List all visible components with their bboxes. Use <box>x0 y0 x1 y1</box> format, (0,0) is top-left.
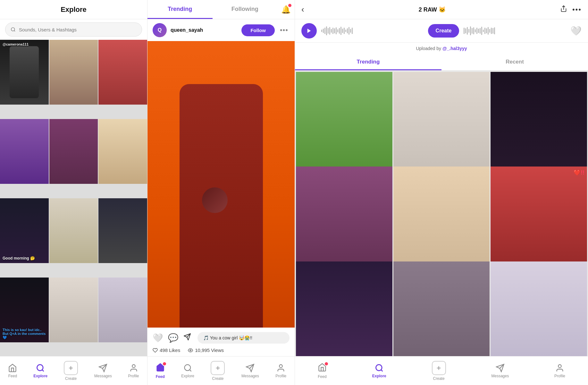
notif-badge <box>288 3 292 8</box>
avatar-initial: Q <box>158 27 162 33</box>
nav-explore-label-active: Explore <box>33 374 47 378</box>
nav-profile-right[interactable]: Profile <box>554 364 565 378</box>
explore-grid: @camerona111 Good morning 🤔 <box>0 40 147 356</box>
views-count: 10,995 Views <box>188 347 224 353</box>
nav-create-center[interactable]: + Create <box>211 361 225 381</box>
explore-icon-right-active <box>375 364 384 372</box>
nav-profile-label-center: Profile <box>275 374 286 378</box>
grid-item[interactable] <box>0 119 49 184</box>
search-bar[interactable] <box>5 22 142 37</box>
nav-feed-center[interactable]: Feed <box>156 363 165 379</box>
trending-item[interactable] <box>296 261 392 356</box>
share-icon[interactable] <box>183 333 191 343</box>
nav-explore-label: Explore <box>181 374 194 378</box>
video-frame[interactable] <box>147 41 295 328</box>
heart-overlay: ❤️!! <box>574 169 584 176</box>
nav-profile-label: Profile <box>128 374 139 378</box>
svg-point-11 <box>132 364 135 367</box>
trending-item[interactable] <box>393 261 490 356</box>
messages-icon <box>98 364 107 372</box>
explore-icon <box>183 364 192 372</box>
svg-line-8 <box>42 370 44 371</box>
nav-profile-label-right: Profile <box>554 374 565 378</box>
bottom-nav-left: Feed Explore + Create Messages Profile <box>0 356 147 385</box>
grid-item[interactable] <box>49 278 98 342</box>
profile-icon-right <box>555 364 564 372</box>
nav-create-label: Create <box>65 376 77 381</box>
nav-explore-label-right: Explore <box>372 374 386 378</box>
grid-item[interactable] <box>98 119 147 184</box>
create-icon-center: + <box>211 361 225 375</box>
tab-following[interactable]: Following <box>213 0 278 19</box>
nav-messages-right[interactable]: Messages <box>491 364 509 378</box>
nav-feed-left[interactable]: Feed <box>8 364 17 378</box>
home-icon <box>8 364 17 372</box>
comment-button[interactable]: 💬 <box>168 333 178 343</box>
grid-item[interactable]: Good morning 🤔 <box>0 198 49 263</box>
nav-messages-left[interactable]: Messages <box>94 364 112 378</box>
grid-item[interactable] <box>98 198 147 263</box>
nav-feed-label-center: Feed <box>156 374 165 379</box>
waveform-right <box>464 25 566 37</box>
more-options-button[interactable]: ••• <box>279 26 290 34</box>
svg-line-2 <box>14 30 15 31</box>
more-button[interactable]: ••• <box>572 5 582 14</box>
grid-label-blue: This is so kau! but idc..But Q+A in the … <box>3 328 49 340</box>
profile-icon-center <box>276 364 285 372</box>
likes-count: 498 Likes <box>153 347 180 353</box>
nav-create-right[interactable]: + Create <box>432 361 446 381</box>
like-button[interactable]: 🤍 <box>153 333 163 343</box>
tab-trending[interactable]: Trending <box>147 0 213 19</box>
tab-recent-right[interactable]: Recent <box>441 54 588 70</box>
messages-icon-right <box>496 364 505 372</box>
video-header: Q queen_sayah Follow ••• <box>147 19 295 41</box>
follow-button[interactable]: Follow <box>241 24 275 36</box>
right-tabs: Trending Recent <box>295 54 588 71</box>
search-container <box>0 19 147 40</box>
nav-explore-right[interactable]: Explore <box>372 364 386 378</box>
raw-label: 2 RAW 🐱 <box>419 6 446 13</box>
tab-trending-right[interactable]: Trending <box>295 54 441 70</box>
center-header: Trending Following 🔔 <box>147 0 295 19</box>
nav-profile-left[interactable]: Profile <box>128 364 139 378</box>
nav-messages-label: Messages <box>94 374 112 378</box>
grid-item[interactable]: @camerona111 <box>0 40 49 105</box>
left-panel: @camerona111 Good morning 🤔 <box>0 19 147 356</box>
grid-item[interactable] <box>49 119 98 184</box>
search-input[interactable] <box>19 27 137 32</box>
create-button[interactable]: Create <box>428 24 459 38</box>
nav-explore-left[interactable]: Explore <box>33 364 47 378</box>
uploader-handle[interactable]: @_.hal3yyy <box>442 46 467 51</box>
video-footer: 🤍 💬 🎵 You a cow girl 🤯😭!! 498 Likes <box>147 328 295 356</box>
nav-create-label-center: Create <box>212 376 223 381</box>
grid-item[interactable]: This is so kau! but idc..But Q+A in the … <box>0 278 49 342</box>
nav-messages-center[interactable]: Messages <box>241 364 259 378</box>
trending-item[interactable] <box>491 261 587 356</box>
right-header: ‹ 2 RAW 🐱 ••• <box>295 0 588 19</box>
nav-messages-label-right: Messages <box>491 374 509 378</box>
nav-feed-label: Feed <box>8 374 17 378</box>
right-panel: Create <box>295 19 588 356</box>
views-icon <box>188 348 193 353</box>
messages-icon-center <box>246 364 255 372</box>
comment-bubble[interactable]: 🎵 You a cow girl 🤯😭!! <box>197 332 290 344</box>
share-button[interactable] <box>560 5 567 14</box>
profile-icon <box>129 364 138 372</box>
play-button[interactable] <box>301 23 317 38</box>
nav-profile-center[interactable]: Profile <box>275 364 286 378</box>
create-icon: + <box>64 361 78 375</box>
left-header: Explore <box>0 0 147 19</box>
nav-create-left[interactable]: + Create <box>64 361 78 381</box>
center-panel: Q queen_sayah Follow ••• 🤍 💬 <box>147 19 295 356</box>
grid-item[interactable] <box>98 278 147 342</box>
nav-feed-right[interactable]: Feed <box>318 363 327 379</box>
nav-explore-center[interactable]: Explore <box>181 364 194 378</box>
feed-badge <box>162 362 167 366</box>
notification-bell[interactable]: 🔔 <box>277 0 295 19</box>
heart-button[interactable]: 🤍 <box>570 26 582 36</box>
grid-item[interactable] <box>49 198 98 263</box>
svg-line-18 <box>381 370 382 371</box>
back-button[interactable]: ‹ <box>301 4 304 14</box>
grid-item[interactable] <box>98 40 147 105</box>
grid-item[interactable] <box>49 40 98 105</box>
